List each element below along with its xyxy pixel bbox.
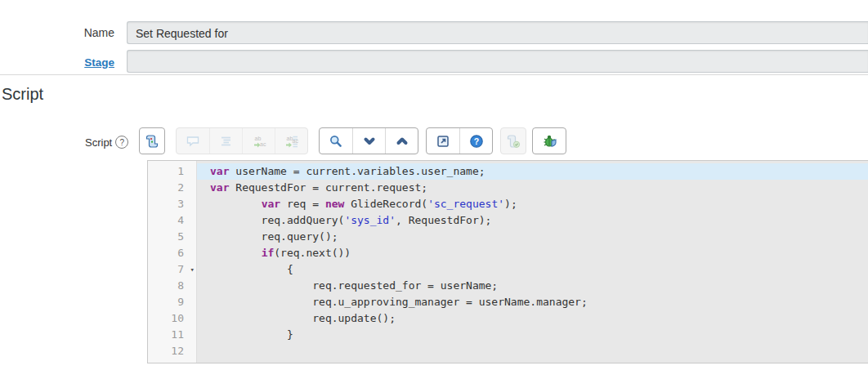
script-code-editor[interactable]: 1var userName = current.variables.user_n…	[147, 160, 868, 363]
code-text: req.query();	[197, 229, 868, 245]
line-number: 2	[148, 180, 197, 196]
section-title: Script	[2, 85, 43, 104]
name-label: Name	[0, 26, 114, 39]
format-code-button[interactable]	[209, 128, 242, 154]
stage-link[interactable]: Stage	[84, 56, 114, 69]
code-line-7[interactable]: 7▾ {	[148, 261, 868, 278]
fold-arrow-icon[interactable]: ▾	[190, 261, 195, 278]
script-field-label: Script ?	[85, 136, 128, 149]
code-line-4[interactable]: 4 req.addQuery('sys_id', RequestdFor);	[148, 212, 868, 229]
help-button[interactable]: ?	[459, 128, 492, 154]
syntax-check-button[interactable]	[501, 128, 526, 154]
toggle-comment-button[interactable]	[177, 128, 209, 154]
code-text: var userName = current.variables.user_na…	[197, 163, 868, 180]
line-number: 3	[148, 196, 197, 212]
code-text: req.requested_for = userName;	[197, 278, 868, 294]
debug-button[interactable]	[533, 128, 566, 154]
section-divider	[0, 74, 868, 75]
field-help-icon[interactable]: ?	[115, 136, 128, 149]
code-text: var req = new GlideRecord('sc_request');	[197, 196, 868, 212]
line-number: 7▾	[148, 261, 197, 278]
replace-button[interactable]: ab ac	[242, 128, 275, 154]
open-in-new-window-button[interactable]	[427, 128, 459, 154]
code-line-11[interactable]: 11 }	[148, 327, 868, 343]
chevron-down-icon	[362, 134, 377, 149]
syntax-editor-toggle-button[interactable]	[140, 128, 164, 154]
page: Name Set Requested for Stage Script Scri…	[0, 0, 868, 379]
stage-label-wrap: Stage	[0, 56, 114, 69]
chevron-up-icon	[395, 134, 409, 149]
search-icon	[329, 134, 343, 149]
format-code-icon	[219, 134, 234, 149]
code-text	[197, 343, 868, 359]
find-next-button[interactable]	[352, 128, 385, 154]
code-line-10[interactable]: 10 req.update();	[148, 310, 868, 327]
line-number: 8	[148, 278, 197, 294]
line-number: 6	[148, 245, 197, 261]
svg-text:ac: ac	[292, 138, 298, 144]
svg-text:?: ?	[473, 136, 478, 145]
code-line-2[interactable]: 2var RequestdFor = current.request;	[148, 180, 868, 196]
line-number: 1	[148, 163, 197, 180]
popout-icon	[436, 134, 450, 149]
code-text: }	[197, 327, 868, 343]
code-line-6[interactable]: 6 if(req.next())	[148, 245, 868, 261]
replace-all-icon: ab ac	[284, 134, 299, 149]
svg-text:ab: ab	[254, 135, 261, 140]
script-check-icon	[506, 134, 521, 149]
replace-icon: ab ac	[252, 134, 266, 149]
line-number: 10	[148, 310, 197, 327]
help-icon: ?	[469, 134, 484, 149]
toolbar-group-edit: ab ac ab ac	[176, 127, 308, 154]
code-line-3[interactable]: 3 var req = new GlideRecord('sc_request'…	[148, 196, 868, 212]
replace-all-button[interactable]: ab ac	[275, 128, 307, 154]
toolbar-group-debug	[532, 127, 566, 154]
code-line-9[interactable]: 9 req.u_approving_manager = userName.man…	[148, 294, 868, 310]
code-line-12[interactable]: 12	[148, 343, 868, 359]
code-text: req.u_approving_manager = userName.manag…	[197, 294, 868, 310]
code-lines: 1var userName = current.variables.user_n…	[148, 161, 868, 359]
script-scroll-icon	[145, 134, 159, 149]
toolbar-group-syntax	[139, 127, 165, 154]
code-text: var RequestdFor = current.request;	[197, 180, 868, 196]
search-button[interactable]	[320, 128, 352, 154]
name-input[interactable]: Set Requested for	[127, 21, 868, 44]
code-line-1[interactable]: 1var userName = current.variables.user_n…	[148, 163, 868, 180]
debug-bug-icon	[542, 133, 557, 149]
line-number: 4	[148, 212, 197, 229]
script-editor-toolbar: ab ac ab ac	[139, 127, 566, 154]
comment-icon	[186, 134, 200, 149]
code-line-5[interactable]: 5 req.query();	[148, 229, 868, 245]
code-line-8[interactable]: 8 req.requested_for = userName;	[148, 278, 868, 294]
line-number: 11	[148, 327, 197, 343]
line-number: 12	[148, 343, 197, 359]
code-text: {	[197, 261, 868, 278]
stage-input[interactable]	[127, 50, 868, 73]
code-text: req.addQuery('sys_id', RequestdFor);	[197, 212, 868, 229]
toolbar-group-window: ?	[426, 127, 493, 154]
script-field-label-text: Script	[85, 136, 112, 149]
toolbar-group-search	[319, 127, 418, 154]
code-text: req.update();	[197, 310, 868, 327]
line-number: 5	[148, 229, 197, 245]
svg-text:ac: ac	[260, 141, 266, 147]
code-text: if(req.next())	[197, 245, 868, 261]
toolbar-group-check	[500, 127, 526, 154]
find-previous-button[interactable]	[385, 128, 418, 154]
line-number: 9	[148, 294, 197, 310]
